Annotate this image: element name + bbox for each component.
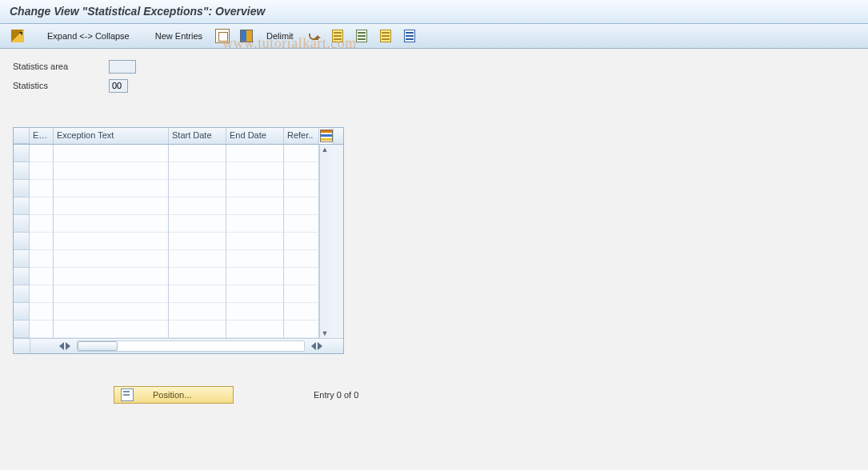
new-entries-button[interactable]: New Entries [150,28,208,44]
deselect-all-button[interactable] [376,28,395,44]
cell-exception-text[interactable] [54,145,169,162]
row-selector[interactable] [14,215,30,233]
cell-refer[interactable] [284,145,319,162]
cell-ex[interactable] [30,215,54,233]
cell-exception-text[interactable] [54,250,169,268]
position-button[interactable]: Position... [114,386,234,404]
col-header-end-date[interactable]: End Date [226,128,284,144]
cell-refer[interactable] [284,321,319,338]
scroll-up-arrow[interactable]: ▲ [321,145,329,154]
row-selector[interactable] [14,321,30,338]
cell-start-date[interactable] [169,180,226,197]
application-toolbar: Expand <-> Collapse New Entries Delimit [0,24,868,49]
cell-end-date[interactable] [226,268,284,285]
row-selector[interactable] [14,268,30,285]
table-settings-button[interactable] [319,128,334,144]
cell-end-date[interactable] [226,321,284,338]
cell-end-date[interactable] [226,180,284,197]
scroll-down-arrow[interactable]: ▼ [321,329,329,338]
cell-ex[interactable] [30,145,54,162]
row-selector[interactable] [14,303,30,321]
select-all-button[interactable] [328,28,347,44]
row-selector[interactable] [14,233,30,250]
select-block-button[interactable] [352,28,371,44]
cell-ex[interactable] [30,250,54,268]
cell-start-date[interactable] [169,215,226,233]
cell-ex[interactable] [30,285,54,303]
delimit-button[interactable]: Delimit [261,28,299,44]
col-header-exception-text[interactable]: Exception Text [54,128,169,144]
position-label: Position... [153,390,191,400]
cell-ex[interactable] [30,197,54,215]
cell-ex[interactable] [30,303,54,321]
corner-select-all[interactable] [14,128,30,144]
cell-ex[interactable] [30,233,54,250]
cell-start-date[interactable] [169,250,226,268]
cell-end-date[interactable] [226,162,284,180]
cell-refer[interactable] [284,233,319,250]
cell-start-date[interactable] [169,145,226,162]
cell-ex[interactable] [30,321,54,338]
cell-end-date[interactable] [226,250,284,268]
col-header-ex[interactable]: Ex... [30,128,54,144]
row-selector[interactable] [14,162,30,180]
col-header-start-date[interactable]: Start Date [169,128,226,144]
cell-ex[interactable] [30,180,54,197]
table-body: ▲ ▼ [14,145,343,338]
hscroll-left-arrow-2[interactable] [311,342,316,350]
hscroll-thumb[interactable] [78,341,118,351]
cell-start-date[interactable] [169,285,226,303]
cell-start-date[interactable] [169,162,226,180]
cell-exception-text[interactable] [54,233,169,250]
cell-exception-text[interactable] [54,285,169,303]
delete-button[interactable] [237,28,256,44]
toggle-change-button[interactable] [8,28,27,44]
row-selector[interactable] [14,285,30,303]
row-selector[interactable] [14,197,30,215]
hscroll-left-arrow[interactable] [59,342,64,350]
undo-button[interactable] [304,28,323,44]
cell-start-date[interactable] [169,268,226,285]
expand-collapse-button[interactable]: Expand <-> Collapse [42,28,135,44]
cell-start-date[interactable] [169,303,226,321]
cell-ex[interactable] [30,162,54,180]
cell-end-date[interactable] [226,233,284,250]
cell-end-date[interactable] [226,285,284,303]
cell-refer[interactable] [284,162,319,180]
cell-exception-text[interactable] [54,162,169,180]
copy-as-button[interactable] [213,28,232,44]
hscroll-track[interactable] [77,341,305,352]
row-selector[interactable] [14,145,30,162]
cell-refer[interactable] [284,215,319,233]
cell-refer[interactable] [284,303,319,321]
cell-end-date[interactable] [226,197,284,215]
input-statistics-area[interactable] [109,60,136,74]
cell-end-date[interactable] [226,215,284,233]
cell-refer[interactable] [284,250,319,268]
cell-end-date[interactable] [226,303,284,321]
vertical-scrollbar[interactable]: ▲ ▼ [319,145,330,338]
input-statistics[interactable] [109,79,128,93]
cell-refer[interactable] [284,197,319,215]
cell-refer[interactable] [284,180,319,197]
hscroll-right-arrow[interactable] [66,342,70,350]
config-button[interactable] [400,28,419,44]
cell-ex[interactable] [30,268,54,285]
cell-exception-text[interactable] [54,215,169,233]
row-selector[interactable] [14,180,30,197]
row-selector[interactable] [14,250,30,268]
cell-start-date[interactable] [169,197,226,215]
hscroll-right-arrow-2[interactable] [318,342,322,350]
cell-exception-text[interactable] [54,180,169,197]
col-header-refer[interactable]: Refer.. [284,128,319,144]
cell-refer[interactable] [284,285,319,303]
cell-start-date[interactable] [169,233,226,250]
cell-refer[interactable] [284,268,319,285]
cell-end-date[interactable] [226,145,284,162]
cell-exception-text[interactable] [54,197,169,215]
cell-exception-text[interactable] [54,268,169,285]
cell-exception-text[interactable] [54,321,169,338]
undo-icon [308,30,319,42]
cell-exception-text[interactable] [54,303,169,321]
cell-start-date[interactable] [169,321,226,338]
